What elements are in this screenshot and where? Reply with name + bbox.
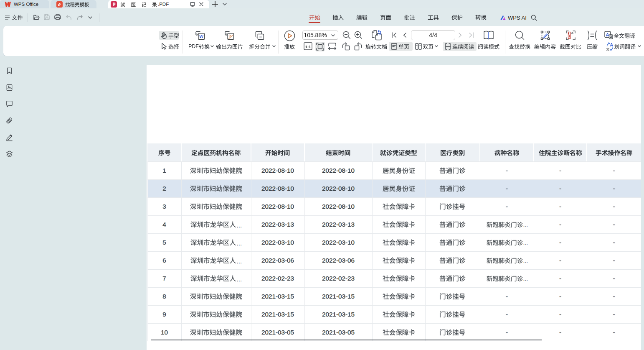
svg-text:A: A [606,32,609,37]
svg-text:1:1: 1:1 [305,44,311,49]
svg-text:W: W [199,34,203,39]
svg-text:A: A [610,42,613,47]
